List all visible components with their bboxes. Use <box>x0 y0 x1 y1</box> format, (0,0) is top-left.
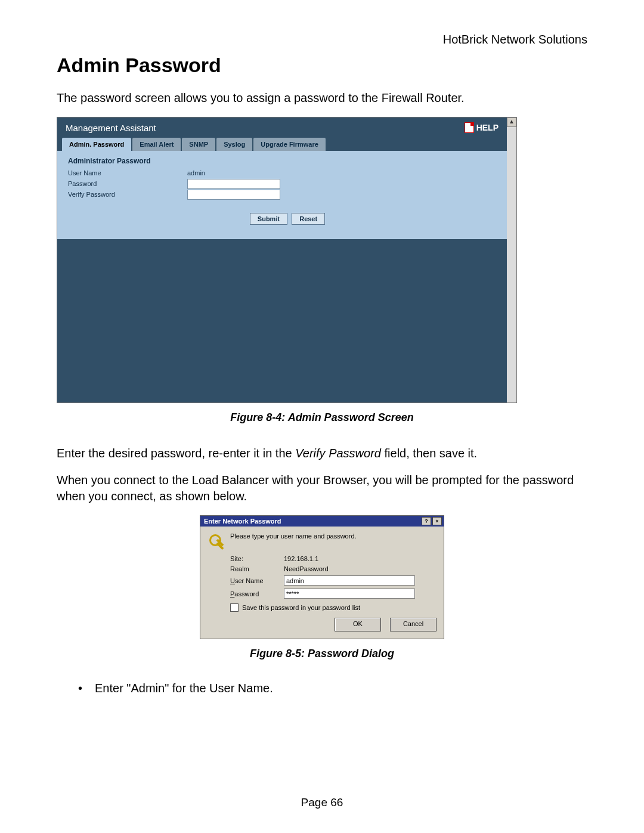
password-label: Password <box>68 180 187 187</box>
ok-button[interactable]: OK <box>335 618 381 631</box>
tab-email-alert[interactable]: Email Alert <box>132 138 181 151</box>
figure-caption-1: Figure 8-4: Admin Password Screen <box>57 411 587 424</box>
password-input[interactable] <box>187 179 280 189</box>
dialog-title: Enter Network Password <box>204 518 281 525</box>
key-icon <box>208 532 224 549</box>
app-title: Management Assistant <box>66 123 156 133</box>
admin-password-screenshot: ▲ Management Assistant HELP Admin. Passw… <box>57 117 517 403</box>
cancel-button[interactable]: Cancel <box>390 618 436 631</box>
dialog-username-input[interactable] <box>284 575 415 586</box>
username-value: admin <box>187 169 283 176</box>
dialog-close-button[interactable]: × <box>432 517 442 525</box>
site-value: 192.168.1.1 <box>284 555 436 562</box>
dialog-prompt: Please type your user name and password. <box>230 532 357 540</box>
dialog-help-button[interactable]: ? <box>422 517 431 525</box>
scroll-up-icon[interactable]: ▲ <box>507 117 516 127</box>
realm-label: Realm <box>230 565 284 572</box>
site-label: Site: <box>230 555 284 562</box>
save-password-label: Save this password in your password list <box>242 604 360 611</box>
tab-snmp[interactable]: SNMP <box>182 138 215 151</box>
verify-password-label: Verify Password <box>68 191 187 198</box>
figure-caption-2: Figure 8-5: Password Dialog <box>57 648 587 660</box>
dialog-password-input[interactable] <box>284 589 415 599</box>
bullet-list: Enter "Admin" for the User Name. <box>78 682 587 695</box>
checkbox-icon <box>230 603 239 612</box>
scrollbar[interactable]: ▲ <box>506 117 516 402</box>
admin-password-panel: Administrator Password User Name admin P… <box>57 151 507 239</box>
username-label: User Name <box>68 169 187 176</box>
save-password-checkbox[interactable]: Save this password in your password list <box>230 603 436 612</box>
help-label: HELP <box>476 123 499 132</box>
help-icon <box>465 122 474 133</box>
header-brand: HotBrick Network Solutions <box>57 33 587 47</box>
dialog-title-bar: Enter Network Password ? × <box>200 516 444 527</box>
page-number: Page 66 <box>0 796 644 809</box>
tab-syslog[interactable]: Syslog <box>216 138 252 151</box>
page-title: Admin Password <box>57 54 587 77</box>
submit-button[interactable]: Submit <box>250 213 287 225</box>
paragraph-2: Enter the desired password, re-enter it … <box>57 445 587 462</box>
realm-value: NeedPassword <box>284 565 436 572</box>
section-title: Administrator Password <box>68 157 507 165</box>
intro-text: The password screen allows you to assign… <box>57 90 587 106</box>
dialog-username-label: User Name <box>230 577 284 584</box>
reset-button[interactable]: Reset <box>292 213 325 225</box>
tab-bar: Admin. Password Email Alert SNMP Syslog … <box>57 138 507 151</box>
bullet-1: Enter "Admin" for the User Name. <box>78 682 587 695</box>
tab-admin-password[interactable]: Admin. Password <box>62 138 131 151</box>
paragraph-3: When you connect to the Load Balancer wi… <box>57 472 587 504</box>
dialog-password-label: Password <box>230 590 284 597</box>
password-dialog: Enter Network Password ? × Please type y… <box>200 515 444 639</box>
tab-upgrade-firmware[interactable]: Upgrade Firmware <box>253 138 326 151</box>
help-button[interactable]: HELP <box>465 122 499 133</box>
verify-password-input[interactable] <box>187 190 280 200</box>
